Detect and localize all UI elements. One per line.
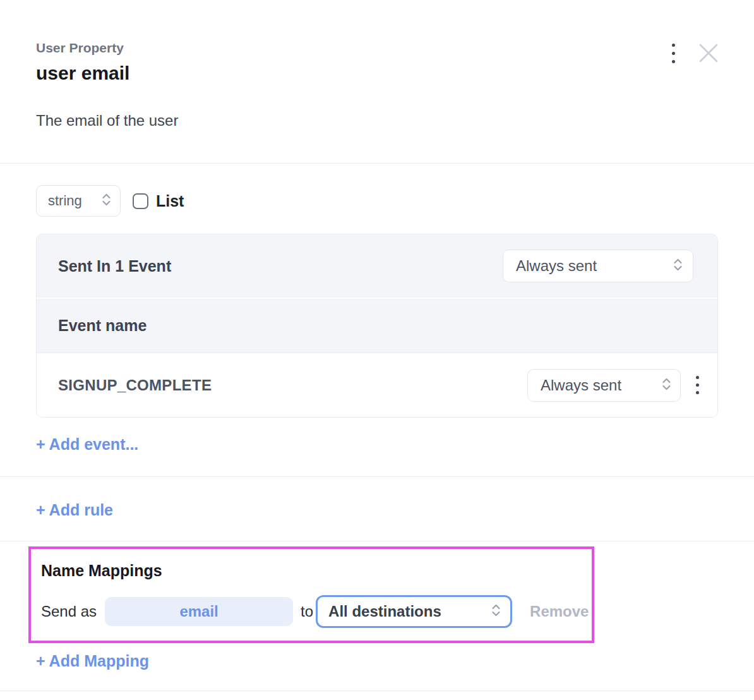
- kebab-menu-icon[interactable]: [666, 42, 681, 64]
- destination-select[interactable]: All destinations: [316, 595, 512, 628]
- property-details-panel: User Property user email The email of th…: [0, 0, 754, 700]
- send-mode-select[interactable]: Always sent: [503, 250, 693, 282]
- page-title: user email: [36, 63, 718, 84]
- send-as-label: Send as: [41, 603, 97, 620]
- divider: [0, 476, 754, 477]
- name-mappings-title: Name Mappings: [41, 562, 592, 580]
- mapped-name-field[interactable]: email: [105, 597, 293, 626]
- event-name-column-header: Event name: [37, 298, 717, 353]
- event-row: SIGNUP_COMPLETE Always sent: [37, 353, 717, 417]
- mapping-row: Send as email to All destinations Remove: [41, 595, 592, 628]
- chevron-updown-icon: [673, 257, 683, 275]
- name-mappings-highlight-box: Name Mappings Send as email to All desti…: [28, 546, 594, 643]
- remove-mapping-button[interactable]: Remove: [530, 603, 589, 620]
- chevron-updown-icon: [661, 377, 672, 394]
- divider: [0, 691, 754, 691]
- property-description: The email of the user: [36, 112, 718, 130]
- list-checkbox-label: List: [156, 192, 184, 210]
- events-card-title: Sent In 1 Event: [58, 257, 171, 275]
- event-send-mode-select-value: Always sent: [541, 377, 621, 394]
- header-actions: [666, 42, 720, 64]
- to-label: to: [301, 603, 313, 620]
- sent-in-events-card: Sent In 1 Event Always sent Event name S…: [36, 234, 718, 418]
- add-rule-link[interactable]: + Add rule: [36, 501, 113, 519]
- value-type-select-value: string: [48, 193, 82, 209]
- chevron-updown-icon: [491, 603, 501, 620]
- event-send-mode-select[interactable]: Always sent: [527, 369, 681, 402]
- value-type-select[interactable]: string: [36, 185, 121, 217]
- event-row-kebab-icon[interactable]: [690, 376, 705, 395]
- chevron-updown-icon: [101, 192, 112, 210]
- list-checkbox[interactable]: [133, 193, 148, 209]
- add-mapping-link[interactable]: + Add Mapping: [36, 652, 149, 670]
- events-card-header: Sent In 1 Event Always sent: [37, 234, 717, 298]
- type-row: string List: [0, 184, 754, 217]
- send-mode-select-value: Always sent: [516, 257, 597, 275]
- divider: [0, 541, 754, 541]
- event-name: SIGNUP_COMPLETE: [58, 377, 527, 394]
- close-icon[interactable]: [697, 42, 720, 64]
- property-type-kicker: User Property: [36, 40, 718, 56]
- add-event-link[interactable]: + Add event...: [36, 435, 138, 454]
- panel-header: User Property user email The email of th…: [0, 0, 754, 164]
- destination-select-value: All destinations: [328, 603, 441, 620]
